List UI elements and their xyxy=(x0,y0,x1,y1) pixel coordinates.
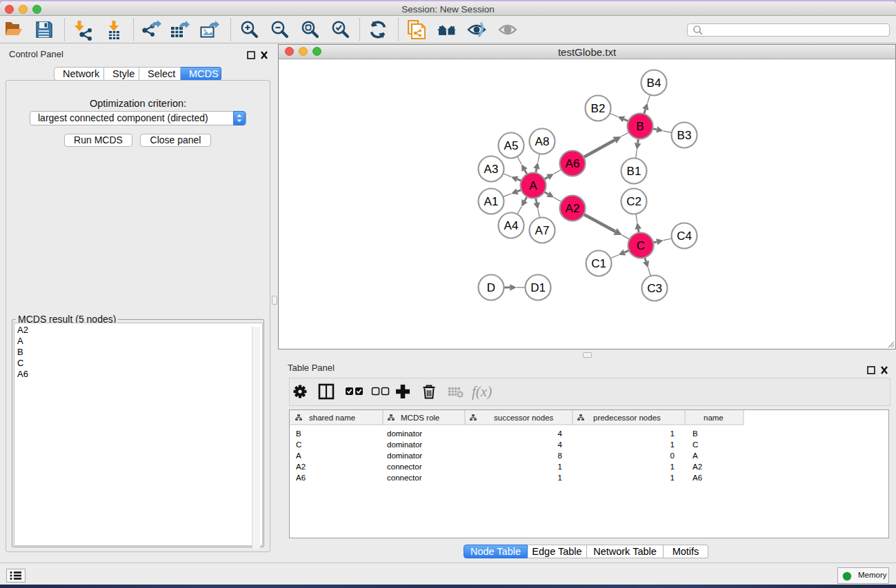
svg-text:A: A xyxy=(296,452,301,460)
svg-text:A4: A4 xyxy=(504,219,519,232)
svg-text:connector: connector xyxy=(387,474,422,482)
svg-text:A6: A6 xyxy=(693,474,702,482)
svg-text:C4: C4 xyxy=(677,230,692,243)
svg-text:8: 8 xyxy=(558,452,562,460)
svg-text:A2: A2 xyxy=(296,463,306,471)
svg-text:1: 1 xyxy=(670,429,675,438)
svg-text:C: C xyxy=(296,440,301,449)
svg-text:B: B xyxy=(693,429,698,438)
svg-text:A2: A2 xyxy=(566,202,580,215)
svg-text:B: B xyxy=(296,429,301,438)
svg-text:C2: C2 xyxy=(626,195,641,208)
svg-text:dominator: dominator xyxy=(387,452,422,460)
svg-text:MCDS role: MCDS role xyxy=(401,414,439,422)
svg-text:1: 1 xyxy=(670,474,675,482)
svg-text:C: C xyxy=(693,440,698,449)
svg-text:A2: A2 xyxy=(693,463,702,471)
svg-text:A8: A8 xyxy=(535,135,550,148)
svg-text:A7: A7 xyxy=(535,224,550,237)
svg-text:predecessor nodes: predecessor nodes xyxy=(593,414,661,422)
svg-text:dominator: dominator xyxy=(387,440,422,449)
svg-text:B4: B4 xyxy=(647,77,661,90)
svg-text:A6: A6 xyxy=(566,157,580,170)
svg-text:A5: A5 xyxy=(504,139,519,152)
svg-text:D: D xyxy=(487,281,495,294)
svg-text:C1: C1 xyxy=(591,257,606,270)
svg-text:dominator: dominator xyxy=(387,429,422,438)
svg-text:B3: B3 xyxy=(677,129,692,142)
svg-text:C3: C3 xyxy=(647,282,662,295)
svg-text:4: 4 xyxy=(558,440,563,449)
svg-text:B2: B2 xyxy=(591,102,606,115)
svg-text:4: 4 xyxy=(558,429,563,438)
svg-text:f(x): f(x) xyxy=(472,383,492,400)
svg-text:A6: A6 xyxy=(296,474,306,482)
svg-text:shared name: shared name xyxy=(309,414,355,422)
svg-text:1: 1 xyxy=(670,463,675,471)
svg-text:A: A xyxy=(529,179,537,192)
svg-text:1: 1 xyxy=(670,440,675,449)
svg-text:1: 1 xyxy=(558,474,562,482)
svg-text:name: name xyxy=(704,414,724,422)
svg-text:D1: D1 xyxy=(530,281,546,294)
svg-text:A: A xyxy=(693,452,698,460)
svg-text:A1: A1 xyxy=(484,195,499,208)
svg-text:successor nodes: successor nodes xyxy=(494,414,554,422)
svg-text:0: 0 xyxy=(670,452,675,460)
svg-text:C: C xyxy=(637,239,645,252)
svg-text:B: B xyxy=(636,120,644,133)
svg-text:B1: B1 xyxy=(627,165,641,178)
svg-text:1: 1 xyxy=(558,463,562,471)
svg-text:A3: A3 xyxy=(484,163,499,176)
svg-text:connector: connector xyxy=(387,463,422,471)
